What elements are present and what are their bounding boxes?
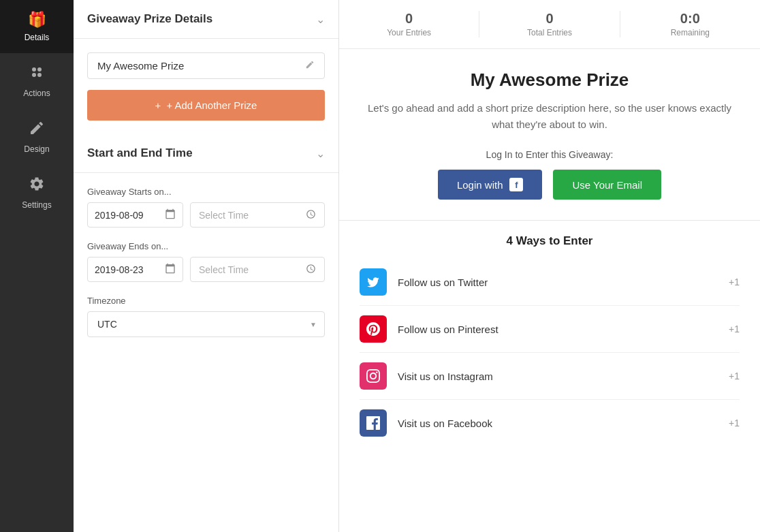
instagram-entry-label: Visit us on Instagram (398, 371, 718, 382)
ways-title: 4 Ways to Enter (360, 234, 740, 248)
timezone-select[interactable]: UTC EST PST (87, 311, 325, 337)
start-clock-icon (306, 209, 316, 221)
start-calendar-icon[interactable] (165, 208, 176, 221)
prize-name-input[interactable] (97, 60, 305, 72)
prize-section-header[interactable]: Giveaway Prize Details ⌄ (74, 0, 338, 39)
email-btn-label: Use Your Email (572, 179, 642, 191)
start-time-wrapper[interactable]: Select Time (190, 202, 325, 228)
start-date-wrapper[interactable] (87, 202, 183, 228)
pinterest-icon (360, 315, 387, 343)
stat-your-entries: 0 Your Entries (339, 11, 479, 37)
remaining-label: Remaining (620, 28, 760, 37)
right-panel: 0 Your Entries 0 Total Entries 0:0 Remai… (339, 0, 760, 532)
start-date-time-row: Select Time (87, 202, 325, 228)
start-date-input[interactable] (95, 210, 159, 221)
twitter-icon (360, 268, 387, 296)
end-date-wrapper[interactable] (87, 257, 183, 282)
add-prize-label: + Add Another Prize (166, 99, 257, 111)
plus-icon: + (155, 99, 161, 111)
stats-bar: 0 Your Entries 0 Total Entries 0:0 Remai… (339, 0, 760, 49)
giveaway-title: My Awesome Prize (366, 69, 733, 91)
entry-item-pinterest[interactable]: Follow us on Pinterest +1 (360, 306, 740, 353)
giveaway-description: Let's go ahead and add a short prize des… (366, 100, 733, 133)
sidebar-label-settings: Settings (22, 200, 51, 210)
giveaway-preview: My Awesome Prize Let's go ahead and add … (339, 49, 760, 221)
design-icon (29, 120, 45, 140)
sidebar-item-settings[interactable]: Settings (0, 165, 74, 221)
actions-icon (29, 64, 45, 84)
sidebar: 🎁 Details Actions Design Setting (0, 0, 74, 532)
main-content: Giveaway Prize Details ⌄ + + Add Another… (74, 0, 760, 532)
pinterest-entry-label: Follow us on Pinterest (398, 324, 718, 335)
svg-point-1 (37, 67, 42, 72)
time-section-title: Start and End Time (87, 146, 193, 160)
stat-total-entries: 0 Total Entries (479, 11, 620, 37)
facebook-entry-points: +1 (729, 418, 740, 428)
facebook-icon: f (509, 178, 523, 191)
sidebar-label-details: Details (25, 33, 50, 42)
time-chevron-icon: ⌄ (316, 147, 325, 160)
login-facebook-button[interactable]: Login with f (438, 170, 543, 200)
twitter-entry-points: +1 (729, 277, 740, 287)
sidebar-label-actions: Actions (23, 89, 50, 98)
pinterest-entry-points: +1 (729, 324, 740, 334)
ways-to-enter-section: 4 Ways to Enter Follow us on Twitter +1 … (339, 221, 760, 460)
left-panel: Giveaway Prize Details ⌄ + + Add Another… (74, 0, 339, 532)
instagram-entry-points: +1 (729, 371, 740, 381)
entry-item-instagram[interactable]: Visit us on Instagram +1 (360, 353, 740, 400)
sidebar-label-design: Design (24, 144, 49, 154)
sidebar-item-design[interactable]: Design (0, 109, 74, 165)
remaining-value: 0:0 (620, 11, 760, 27)
prize-section-body: + + Add Another Prize (74, 39, 338, 134)
start-time-placeholder: Select Time (199, 210, 300, 221)
time-section-body: Giveaway Starts on... Select Time (74, 173, 338, 351)
start-label: Giveaway Starts on... (87, 187, 325, 197)
end-time-wrapper[interactable]: Select Time (190, 257, 325, 282)
entry-item-facebook[interactable]: Visit us on Facebook +1 (360, 400, 740, 446)
edit-icon[interactable] (305, 60, 315, 72)
sidebar-item-actions[interactable]: Actions (0, 53, 74, 109)
end-time-placeholder: Select Time (199, 264, 300, 275)
your-entries-label: Your Entries (339, 28, 479, 37)
end-calendar-icon[interactable] (165, 263, 176, 276)
timezone-label: Timezone (87, 296, 325, 306)
end-date-time-row: Select Time (87, 257, 325, 282)
settings-icon (29, 176, 45, 196)
entry-item-twitter[interactable]: Follow us on Twitter +1 (360, 259, 740, 306)
facebook-entry-icon (360, 409, 387, 437)
your-entries-value: 0 (339, 11, 479, 27)
login-email-button[interactable]: Use Your Email (553, 170, 661, 200)
add-prize-button[interactable]: + + Add Another Prize (87, 90, 325, 121)
svg-point-3 (37, 73, 42, 77)
time-section-header[interactable]: Start and End Time ⌄ (74, 134, 338, 173)
total-entries-label: Total Entries (479, 28, 619, 37)
facebook-entry-label: Visit us on Facebook (398, 418, 718, 429)
svg-point-0 (32, 67, 36, 72)
prize-section-title: Giveaway Prize Details (87, 12, 212, 26)
sidebar-item-details[interactable]: 🎁 Details (0, 0, 74, 53)
svg-point-2 (32, 73, 36, 77)
instagram-icon (360, 362, 387, 390)
prize-input-wrapper (87, 52, 325, 79)
facebook-btn-label: Login with (457, 179, 503, 191)
login-buttons: Login with f Use Your Email (366, 170, 733, 200)
total-entries-value: 0 (479, 11, 619, 27)
stat-remaining: 0:0 Remaining (620, 11, 760, 37)
twitter-entry-label: Follow us on Twitter (398, 277, 718, 288)
end-label: Giveaway Ends on... (87, 241, 325, 251)
prize-chevron-icon: ⌄ (316, 13, 325, 26)
login-prompt: Log In to Enter this Giveaway: (366, 149, 733, 160)
timezone-select-wrapper: UTC EST PST (87, 311, 325, 337)
end-date-input[interactable] (95, 264, 159, 275)
gift-icon: 🎁 (28, 11, 46, 29)
end-clock-icon (306, 264, 316, 276)
